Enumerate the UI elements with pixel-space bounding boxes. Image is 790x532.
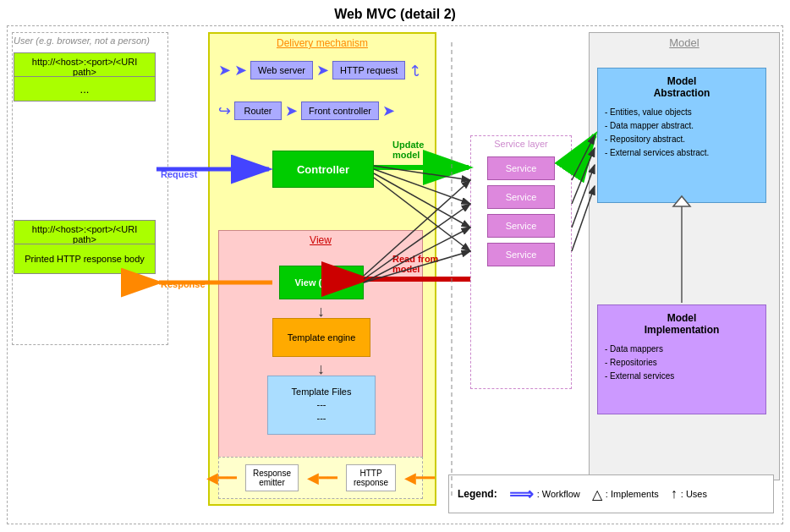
service-layer-label: Service layer: [471, 136, 571, 151]
service-box-3: Service: [487, 214, 555, 238]
arrow-right-5: ➤: [382, 101, 395, 120]
model-abstraction-box: ModelAbstraction - Entities, value objec…: [597, 68, 766, 203]
service-layer: Service layer Service Service Service Se…: [470, 135, 572, 389]
model-impl-item-3: - External services: [605, 370, 759, 383]
model-implementation-title: ModelImplementation: [598, 305, 765, 339]
http-request-box: HTTP request: [332, 61, 405, 80]
blue-arrow-row-2: ↩ Router ➤ Front controller ➤: [218, 101, 395, 120]
legend-uses-item: ↑ : Uses: [671, 486, 707, 502]
model-abs-item-4: - External services abstract.: [605, 146, 759, 160]
update-model-label: Updatemodel: [392, 140, 424, 160]
response-label: Response: [161, 279, 206, 289]
service-box-2: Service: [487, 185, 555, 209]
model-abstraction-title: ModelAbstraction: [598, 69, 765, 102]
legend-workflow-text: : Workflow: [537, 489, 580, 499]
service-box-4: Service: [487, 243, 555, 266]
response-area: ◀━━ Response emitter ◀━━ HTTP response ◀…: [218, 457, 423, 499]
template-files-box: Template Files------: [267, 376, 376, 435]
model-impl-item-1: - Data mappers: [605, 343, 759, 356]
printed-http-box: Printed HTTP response body: [14, 244, 156, 274]
diagram-container: Web MVC (detail 2) User (e.g. browser, n…: [0, 0, 790, 532]
legend-box: Legend: ⟹ : Workflow △ : Implements ↑ : …: [448, 474, 774, 513]
arrow-curl-2: ↩: [218, 101, 231, 120]
arrow-left-resp-2: ◀━━: [307, 469, 337, 487]
legend-implements-item: △ : Implements: [592, 486, 659, 502]
view-class-box: View (class): [279, 266, 364, 299]
blue-arrow-row-1: ➤ ➤ Web server ➤ HTTP request ↩: [218, 61, 421, 80]
model-outer-label: Model: [590, 33, 779, 52]
legend-label: Legend:: [458, 488, 497, 500]
request-label: Request: [161, 169, 197, 179]
arrow-right-4: ➤: [285, 101, 298, 120]
view-label: View: [219, 231, 422, 250]
dots-box: ...: [14, 76, 156, 101]
read-from-model-label: Read frommodel: [392, 254, 438, 274]
page-title: Web MVC (detail 2): [0, 0, 790, 25]
workflow-arrow-icon: ⟹: [509, 484, 534, 504]
arrow-right-2: ➤: [234, 61, 247, 80]
router-box: Router: [234, 101, 282, 120]
legend-implements-text: : Implements: [606, 489, 659, 499]
arrow-right-1: ➤: [218, 61, 231, 80]
model-implementation-box: ModelImplementation - Data mappers - Rep…: [597, 304, 766, 414]
arrow-left-resp-3: ◀━━: [404, 469, 435, 487]
uses-arrow-icon: ↑: [671, 486, 678, 502]
arrow-curl-1: ↩: [406, 64, 425, 77]
model-abs-item-1: - Entities, value objects: [605, 106, 759, 119]
delivery-label: Delivery mechanism: [210, 34, 435, 52]
arrow-right-3: ➤: [316, 61, 329, 80]
front-controller-box: Front controller: [301, 101, 379, 120]
http-response-box: HTTP response: [346, 464, 396, 491]
service-box-1: Service: [487, 156, 555, 180]
implements-arrow-icon: △: [592, 486, 602, 502]
controller-box: Controller: [272, 151, 374, 188]
model-impl-item-2: - Repositories: [605, 356, 759, 370]
model-abs-item-2: - Data mapper abstract.: [605, 119, 759, 133]
response-emitter-box: Response emitter: [245, 464, 299, 491]
legend-workflow-item: ⟹ : Workflow: [509, 484, 580, 504]
template-files-text: Template Files------: [292, 386, 352, 425]
user-label: User (e.g. browser, not a person): [14, 36, 150, 46]
model-abstraction-list: - Entities, value objects - Data mapper …: [598, 102, 765, 163]
template-engine-box: Template engine: [272, 318, 370, 357]
model-abs-item-3: - Repository abstract.: [605, 133, 759, 146]
legend-uses-text: : Uses: [681, 489, 707, 499]
model-implementation-list: - Data mappers - Repositories - External…: [598, 339, 765, 387]
arrow-left-resp-1: ◀━━: [206, 469, 237, 487]
web-server-box: Web server: [250, 61, 313, 80]
